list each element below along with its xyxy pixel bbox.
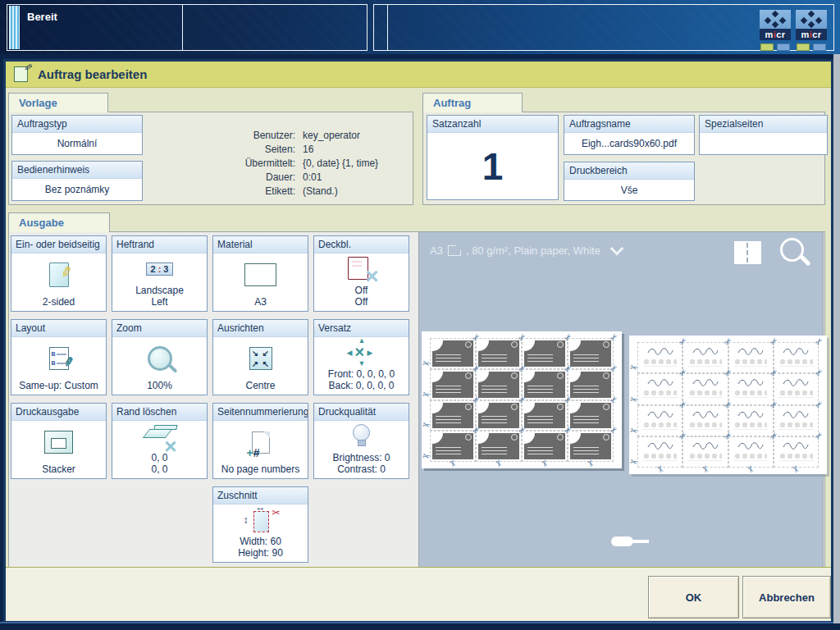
info-row-seiten: Seiten:16 [190,143,410,157]
preview-card: ✂ [685,345,725,371]
card-logo-mark [603,372,609,379]
top-status-bar: Bereit micrmicr [0,0,840,54]
card-logo-mark [511,372,518,379]
status-text: Bereit [27,11,57,23]
tile-ausrichten[interactable]: Ausrichten↘↙↗↖Centre [212,319,308,395]
card-logo-mark [511,404,518,410]
tile-label: Druckausgabe [11,404,106,421]
tile-druckausgabe[interactable]: DruckausgabeStacker [11,403,107,479]
preview-zoom-icon[interactable] [780,238,804,262]
preview-card: ✂✂ [776,439,816,465]
status-divider [182,5,183,50]
tile-versatz[interactable]: Versatz▲◀×▶▼Front: 0, 0, 0, 0Back: 0, 0,… [313,319,409,395]
tile-label: Auftragstyp [12,116,142,133]
scissors-icon: ✂ [608,425,619,436]
ok-button[interactable]: OK [648,576,739,619]
card-logo-mark [465,372,472,379]
dialog-title: Auftrag bearbeiten [38,67,147,81]
card-rule [733,366,768,367]
tile-body: Brightness: 0Contrast: 0 [314,421,409,478]
info-label: Übermittelt: [190,157,303,171]
media-selector[interactable]: A3 , 80 g/m², Plain paper, White [430,244,622,257]
tile-zoom[interactable]: Zoom100% [112,319,208,395]
auftrag-bearbeiten-dialog: ✎ Auftrag bearbeiten Vorlage Auftragstyp… [3,59,833,623]
tile-value: A3 [254,296,267,311]
tile-value: Width: 60Height: 90 [238,536,283,562]
spread-view-icon[interactable] [734,241,761,264]
dialog-footer: OK Abbrechen [6,567,831,621]
scissors-icon: ✂ [608,394,619,405]
tile-druckqualitaet[interactable]: DruckqualitätBrightness: 0Contrast: 0 [313,403,409,479]
card-text-lines [482,447,507,457]
tab-vorlage: Vorlage [8,93,108,112]
card-text-lines [436,386,461,395]
tile-label: Satzanzahl [427,116,558,133]
card-dot-row [779,422,812,428]
card-text-lines [527,354,553,364]
tile-spezialseiten[interactable]: Spezialseiten [699,115,828,155]
scissors-icon: ✂ [422,389,431,399]
preview-card: ✂ [685,408,725,434]
tile-satzanzahl[interactable]: Satzanzahl 1 [427,115,559,200]
card-text-lines [573,447,599,457]
duplex-page-icon: ✎ [11,253,106,296]
scissors-icon: ✂ [813,336,824,347]
bottom-strip [0,622,840,630]
tile-rand-loeschen[interactable]: Rand löschen×0, 00, 0 [112,403,208,479]
tab-vorlage-label: Vorlage [19,97,57,109]
card-logo-mark [557,404,564,410]
info-value: (Stand.) [303,185,338,199]
tile-material[interactable]: MaterialA3 [212,235,308,312]
card-text-lines [436,354,461,364]
tile-bedienerhinweis[interactable]: BedienerhinweisBez poznámky [11,161,143,201]
card-dot-row [779,453,812,459]
tile-auftragsname[interactable]: Auftragsname Eigh...cards90x60.pdf [564,115,695,155]
micr-logo-diamonds-icon [796,10,827,29]
tile-label: Druckqualität [314,404,409,421]
align-centre-icon: ↘↙↗↖ [213,337,308,380]
magnifier-icon [112,337,207,380]
tile-body: ×0, 00, 0 [112,421,207,478]
card-rule [733,460,768,461]
tile-label: Versatz [314,320,409,337]
info-row-benutzer: Benutzer:key_operator [190,129,410,143]
logo-status-bars [796,43,827,51]
preview-card: ✂ [570,372,611,398]
tile-body: ↘↙↗↖Centre [213,337,308,395]
edit-job-icon: ✎ [14,66,28,82]
tile-label: Druckbereich [564,162,694,180]
topbar-right-panel: micrmicr [373,4,834,51]
tile-zuschnitt[interactable]: Zuschnitt↔↕✂Width: 60Height: 90 [212,486,308,563]
screen: Bereit micrmicr ✎ Auftrag bearbeiten Vor… [0,0,840,630]
paper-sheet-icon [213,253,308,296]
tile-ein-oder-beidseitig[interactable]: Ein- oder beidseitig✎2-sided [11,235,107,312]
tile-value: 2-sided [43,296,75,311]
preview-card: ✂ [731,376,771,402]
card-grid: ✂✂✂✂✂✂✂✂✂✂✂✂✂✂✂✂✂✂✂✂✂✂✂✂ [432,340,611,459]
card-dot-row [643,358,676,365]
tile-body: Stacker [11,421,106,478]
tile-layout[interactable]: LayoutBB✎Same-up: Custom [11,319,107,395]
card-dot-row [689,422,722,428]
info-label: Etikett: [190,185,303,199]
pan-handle-icon[interactable] [611,536,649,548]
right-strip [833,54,840,623]
preview-card: ✂ [685,376,725,402]
card-text-lines [527,386,553,395]
card-text-lines [527,447,553,457]
card-rule [642,460,677,461]
micr-logo-diamonds-icon [760,10,791,29]
scissors-icon: ✂ [422,451,431,462]
tile-heftrand[interactable]: Heftrand2:3LandscapeLeft [112,235,208,312]
tile-seitennummerierung[interactable]: Seitennummerierung+#No page numbers [212,403,308,479]
tile-druckbereich[interactable]: Druckbereich Vše [564,162,695,201]
card-text-lines [482,386,507,395]
card-logo-mark [557,434,564,441]
scissors-icon: ✂ [422,420,431,431]
card-rule [778,429,813,430]
tab-ausgabe: Ausgabe [8,212,110,232]
cancel-button[interactable]: Abbrechen [742,576,831,619]
binding-edge-icon: 2:3 [112,253,207,285]
tile-auftragstyp[interactable]: AuftragstypNormální [11,115,143,155]
tile-deckblatt[interactable]: Deckbl.×OffOff [313,235,409,312]
